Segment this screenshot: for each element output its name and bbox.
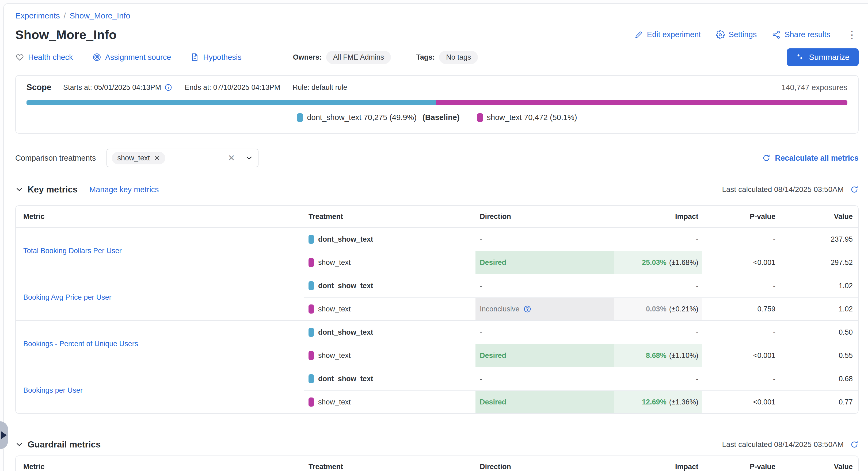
key-metrics-title: Key metrics bbox=[28, 184, 78, 195]
select-clear-icon[interactable]: ✕ bbox=[228, 153, 235, 163]
breadcrumb-separator: / bbox=[64, 11, 66, 20]
question-circle-icon[interactable] bbox=[523, 305, 531, 313]
select-divider bbox=[240, 153, 240, 163]
refresh-icon[interactable] bbox=[850, 440, 859, 449]
p-value-cell: - bbox=[702, 321, 777, 344]
value-cell: 0.77 bbox=[777, 391, 858, 413]
guardrail-metrics-table: MetricTreatmentDirectionImpactP-valueVal… bbox=[15, 456, 859, 471]
tab-hypothesis[interactable]: Hypothesis bbox=[190, 53, 241, 62]
treatment-name: show_text bbox=[318, 259, 351, 267]
value-cell: 0.55 bbox=[777, 344, 858, 367]
sidebar-expand-button[interactable] bbox=[0, 421, 8, 449]
metric-link[interactable]: Total Booking Dollars Per User bbox=[23, 247, 122, 255]
legend-label: dont_show_text 70,275 (49.9%) bbox=[307, 113, 416, 122]
metric-link[interactable]: Booking Avg Price per User bbox=[23, 293, 112, 302]
comparison-row: Comparison treatments show_text ✕ ✕ Reca… bbox=[15, 148, 859, 167]
treatment-name: show_text bbox=[318, 398, 351, 406]
scope-title: Scope bbox=[27, 82, 51, 92]
treatment-cell: show_text bbox=[304, 251, 475, 274]
summarize-label: Summarize bbox=[809, 53, 849, 62]
refresh-icon bbox=[762, 154, 771, 162]
treatment-name: dont_show_text bbox=[318, 328, 373, 337]
chip-remove-icon[interactable]: ✕ bbox=[154, 154, 160, 162]
tags-field: Tags: No tags bbox=[416, 51, 478, 64]
more-options-kebab-icon[interactable]: ⋮ bbox=[845, 30, 859, 40]
summarize-button[interactable]: Summarize bbox=[787, 48, 859, 66]
column-header-impact: Impact bbox=[614, 463, 702, 471]
impact-value: - bbox=[696, 375, 699, 383]
share-results-button[interactable]: Share results bbox=[772, 30, 830, 39]
legend-baseline-suffix: (Baseline) bbox=[421, 113, 460, 122]
metric-link[interactable]: Bookings - Percent of Unique Users bbox=[23, 340, 138, 348]
direction-label: Desired bbox=[480, 259, 506, 267]
impact-cell: 12.69%(±1.36%) bbox=[614, 391, 702, 413]
table-header-row: MetricTreatmentDirectionImpactP-valueVal… bbox=[16, 456, 858, 471]
comparison-treatments-select[interactable]: show_text ✕ ✕ bbox=[106, 148, 258, 167]
treatment-cell: show_text bbox=[304, 391, 475, 413]
value-cell: 1.02 bbox=[777, 274, 858, 297]
metric-group: Booking Avg Price per Userdont_show_text… bbox=[16, 274, 858, 320]
meta-row: Health check Assignment source Hypothesi… bbox=[15, 48, 859, 66]
impact-cell: 8.68%(±1.10%) bbox=[614, 344, 702, 367]
direction-cell: Inconclusive bbox=[475, 298, 614, 320]
direction-label: Inconclusive bbox=[480, 305, 520, 313]
legend-swatch-dont_show_text bbox=[297, 113, 303, 122]
refresh-icon[interactable] bbox=[850, 185, 859, 194]
direction-label: - bbox=[480, 235, 482, 243]
column-header-direction: Direction bbox=[475, 212, 614, 221]
recalculate-all-metrics-button[interactable]: Recalculate all metrics bbox=[762, 154, 859, 163]
owners-label: Owners: bbox=[293, 53, 322, 62]
chevron-down-icon[interactable] bbox=[245, 154, 253, 162]
metric-group: Bookings per Userdont_show_text---0.68sh… bbox=[16, 367, 858, 413]
owners-pill[interactable]: All FME Admins bbox=[326, 51, 391, 64]
column-header-treatment: Treatment bbox=[304, 212, 475, 221]
treatment-chip[interactable]: show_text ✕ bbox=[112, 152, 165, 164]
info-icon[interactable] bbox=[164, 83, 172, 92]
impact-cell: - bbox=[614, 228, 702, 251]
legend-item-show_text: show_text 70,472 (50.1%) bbox=[477, 113, 577, 122]
treatment-row: dont_show_text---1.02 bbox=[304, 274, 858, 297]
treatment-row: dont_show_text---0.68 bbox=[304, 367, 858, 390]
impact-value: 12.69% bbox=[642, 398, 666, 406]
treatment-name: dont_show_text bbox=[318, 282, 373, 290]
direction-cell: Desired bbox=[475, 391, 614, 413]
metric-cell: Bookings per User bbox=[16, 367, 304, 413]
column-header-direction: Direction bbox=[475, 463, 614, 471]
metric-group: Bookings - Percent of Unique Usersdont_s… bbox=[16, 320, 858, 367]
expand-arrow-icon bbox=[1, 431, 7, 439]
breadcrumb-experiments[interactable]: Experiments bbox=[15, 11, 60, 20]
breadcrumb: Experiments / Show_More_Info bbox=[15, 11, 859, 20]
key-metrics-last-calculated: Last calculated 08/14/2025 03:50AM bbox=[722, 185, 859, 194]
p-value-cell: - bbox=[702, 228, 777, 251]
impact-value: 25.03% bbox=[642, 259, 666, 267]
metric-cell: Total Booking Dollars Per User bbox=[16, 228, 304, 274]
impact-value: - bbox=[696, 328, 699, 337]
direction-label: Desired bbox=[480, 351, 506, 360]
column-header-metric: Metric bbox=[16, 212, 304, 221]
page-title: Show_More_Info bbox=[15, 27, 117, 42]
metric-link[interactable]: Bookings per User bbox=[23, 386, 83, 395]
impact-confidence-interval: (±0.21%) bbox=[669, 305, 699, 313]
breadcrumb-current[interactable]: Show_More_Info bbox=[69, 11, 130, 20]
column-header-value: Value bbox=[777, 463, 858, 471]
treatment-name: show_text bbox=[318, 351, 351, 360]
column-header-impact: Impact bbox=[614, 212, 702, 221]
collapse-chevron-icon[interactable] bbox=[15, 440, 23, 448]
tags-pill[interactable]: No tags bbox=[439, 51, 478, 64]
treatment-swatch bbox=[309, 304, 314, 313]
legend-label: show_text 70,472 (50.1%) bbox=[487, 113, 577, 122]
heart-icon bbox=[15, 53, 24, 62]
tab-health-check-label: Health check bbox=[28, 53, 73, 62]
collapse-chevron-icon[interactable] bbox=[15, 186, 23, 194]
edit-experiment-button[interactable]: Edit experiment bbox=[634, 30, 701, 39]
share-results-label: Share results bbox=[784, 30, 830, 39]
tab-health-check[interactable]: Health check bbox=[15, 53, 73, 62]
treatment-cell: show_text bbox=[304, 298, 475, 320]
settings-label: Settings bbox=[728, 30, 757, 39]
tab-assignment-source[interactable]: Assignment source bbox=[92, 53, 171, 62]
treatment-name: dont_show_text bbox=[318, 235, 373, 243]
settings-button[interactable]: Settings bbox=[716, 30, 757, 39]
value-cell: 1.02 bbox=[777, 298, 858, 320]
metric-cell: Booking Avg Price per User bbox=[16, 274, 304, 320]
manage-key-metrics-link[interactable]: Manage key metrics bbox=[89, 185, 159, 194]
